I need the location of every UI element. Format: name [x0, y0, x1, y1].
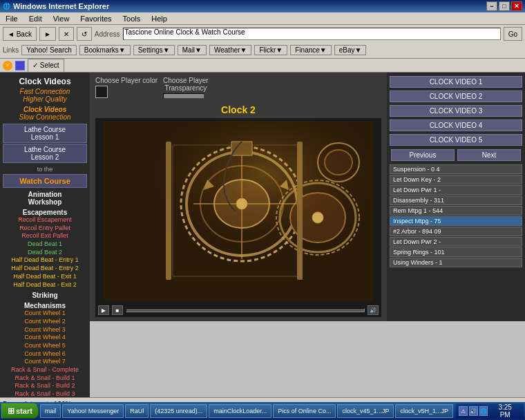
dead-beat2-link[interactable]: Dead Beat 2 — [3, 249, 87, 257]
clock-video-svg — [104, 121, 373, 300]
menu-help[interactable]: Help — [149, 14, 170, 23]
menu-edit[interactable]: Edit — [26, 14, 45, 23]
address-bar[interactable]: Tascione Online Clock & Watch Course — [123, 28, 501, 40]
watch-course-btn[interactable]: Watch Course — [3, 174, 87, 188]
minimize-button[interactable]: − — [486, 1, 497, 11]
finance-btn[interactable]: Finance▼ — [290, 45, 331, 55]
clock-video-1-btn[interactable]: CLOCK VIDEO 1 — [390, 76, 522, 88]
volume-button[interactable]: 🔊 — [368, 305, 379, 315]
dropdown-item-2[interactable]: Let Down Pwr 1 - — [390, 185, 522, 195]
lathe-lesson1-btn[interactable]: Lathe CourseLesson 1 — [3, 124, 87, 143]
yahoo-icon: Y — [3, 61, 12, 70]
striking-label: Striking — [3, 292, 87, 299]
bookmarks-btn[interactable]: Bookmarks▼ — [79, 45, 131, 55]
menu-view[interactable]: View — [50, 14, 73, 23]
dropdown-item-6[interactable]: #2 Arbor - 894 09 — [390, 227, 522, 236]
taskbar-item-7[interactable]: clock_v5H_1...JP — [395, 404, 453, 418]
settings-btn[interactable]: Settings▼ — [133, 45, 175, 55]
mail-btn[interactable]: Mail▼ — [178, 45, 207, 55]
taskbar-item-2[interactable]: RaUl — [125, 404, 149, 418]
escapements-label: Escapements — [3, 209, 87, 216]
tray-icon-3[interactable]: 🌐 — [479, 406, 488, 416]
transparency-slider[interactable] — [163, 93, 204, 99]
menu-file[interactable]: File — [3, 14, 21, 23]
mechanisms-label: Mechanisms — [3, 302, 87, 309]
recoil-entry-pallet-link[interactable]: Recoil Entry Pallet — [3, 225, 87, 233]
close-button[interactable]: ✕ — [511, 1, 522, 11]
count-wheel5-link[interactable]: Count Wheel 5 — [3, 342, 87, 350]
system-tray: ⚠ 🔊 🌐 3:25 PM — [456, 403, 524, 419]
higher-quality-label: Higher Quality — [3, 95, 87, 103]
lathe-lesson2-btn[interactable]: Lathe CourseLesson 2 — [3, 144, 87, 163]
player-area: Choose Player color Choose PlayerTranspa… — [90, 73, 387, 321]
menu-favorites[interactable]: Favorites — [77, 14, 114, 23]
sidebar: Clock Videos Fast Connection Higher Qual… — [0, 73, 90, 397]
stop-video-button[interactable]: ■ — [112, 305, 123, 315]
count-wheel3-link[interactable]: Count Wheel 3 — [3, 326, 87, 334]
progress-bar[interactable] — [126, 308, 365, 312]
content-area: Clock Videos Fast Connection Higher Qual… — [0, 73, 525, 397]
half-dead-exit1-link[interactable]: Half Dead Beat - Exit 1 — [3, 273, 87, 281]
back-button[interactable]: ◄ Back — [3, 27, 37, 41]
yahoo-search-btn[interactable]: Yahoo! Search — [21, 45, 76, 55]
start-button[interactable]: ⊞ start — [1, 403, 39, 419]
clock-video-3-btn[interactable]: CLOCK VIDEO 3 — [390, 105, 522, 117]
menu-tools[interactable]: Tools — [120, 14, 144, 23]
clock-video-5-btn[interactable]: CLOCK VIDEO 5 — [390, 134, 522, 146]
taskbar-item-5[interactable]: Pics of Online Co... — [273, 404, 336, 418]
ebay-btn[interactable]: eBay▼ — [334, 45, 367, 55]
taskbar-item-1[interactable]: Yahoo! Messenger — [62, 404, 124, 418]
forward-button[interactable]: ► — [39, 27, 56, 41]
color-swatch[interactable] — [95, 86, 108, 98]
dropdown-item-4[interactable]: Rem Mtpg 1 - 544 — [390, 206, 522, 216]
rack-build1-link[interactable]: Rack & Snail - Build 1 — [3, 374, 87, 383]
rack-build2-link[interactable]: Rack & Snail - Build 2 — [3, 382, 87, 390]
count-wheel6-link[interactable]: Count Wheel 6 — [3, 350, 87, 359]
dropdown-item-0[interactable]: Suspension - 0 4 — [390, 164, 522, 174]
refresh-button[interactable]: ↺ — [77, 27, 92, 41]
next-btn[interactable]: Next — [457, 149, 521, 161]
previous-btn[interactable]: Previous — [391, 149, 455, 161]
taskbar-item-6[interactable]: clock_v45_1...JP — [337, 404, 394, 418]
weather-btn[interactable]: Weather▼ — [209, 45, 252, 55]
animation-workshop-label: AnimationWorkshop — [3, 191, 87, 206]
video-frame — [104, 121, 373, 300]
recoil-escapement-link[interactable]: Recoil Escapement — [3, 216, 87, 225]
stop-button[interactable]: ✕ — [59, 27, 74, 41]
choose-color-label: Choose Player color — [95, 77, 158, 84]
select-button[interactable]: ✓ Select — [28, 59, 64, 73]
count-wheel7-link[interactable]: Count Wheel 7 — [3, 358, 87, 366]
go-button[interactable]: Go — [504, 27, 522, 41]
maximize-button[interactable]: □ — [499, 1, 510, 11]
dropdown-item-5[interactable]: Inspect Mtpg - 75 — [390, 216, 522, 226]
taskbar-item-0[interactable]: mail — [40, 404, 61, 418]
taskbar-item-4[interactable]: mainClockLoader... — [209, 404, 271, 418]
half-dead-entry2-link[interactable]: Half Dead Beat - Entry 2 — [3, 265, 87, 273]
rack-build3-link[interactable]: Rack & Snail - Build 3 — [3, 390, 87, 397]
count-wheel4-link[interactable]: Count Wheel 4 — [3, 334, 87, 342]
dropdown-item-3[interactable]: Disassembly - 311 — [390, 195, 522, 205]
sidebar-title: Clock Videos — [3, 75, 87, 88]
dead-beat1-link[interactable]: Dead Beat 1 — [3, 240, 87, 249]
dropdown-item-7[interactable]: Let Down Pwr 2 - — [390, 237, 522, 247]
rack-complete-link[interactable]: Rack & Snail - Complete — [3, 366, 87, 374]
dropdown-item-8[interactable]: Spring Rings - 101 — [390, 247, 522, 257]
clock-videos-link[interactable]: Clock Videos — [3, 106, 87, 113]
clock-video-2-btn[interactable]: CLOCK VIDEO 2 — [390, 90, 522, 102]
half-dead-exit2-link[interactable]: Half Dead Beat - Exit 2 — [3, 281, 87, 289]
count-wheel1-link[interactable]: Count Wheel 1 — [3, 309, 87, 318]
dropdown-item-9[interactable]: Using Winders - 1 — [390, 258, 522, 267]
tray-icon-2[interactable]: 🔊 — [469, 406, 478, 416]
address-label: Address — [95, 30, 120, 38]
menu-bar: File Edit View Favorites Tools Help — [0, 12, 525, 25]
clock-video-4-btn[interactable]: CLOCK VIDEO 4 — [390, 120, 522, 131]
tray-icon-1[interactable]: ⚠ — [459, 406, 468, 416]
taskbar-item-3[interactable]: (42325 unread)... — [150, 404, 207, 418]
count-wheel2-link[interactable]: Count Wheel 2 — [3, 318, 87, 326]
taskbar-items: mailYahoo! MessengerRaUl(42325 unread)..… — [40, 404, 453, 418]
play-button[interactable]: ▶ — [98, 305, 109, 315]
flickr-btn[interactable]: Flickr▼ — [254, 45, 287, 55]
dropdown-item-1[interactable]: Let Down Key - 2 — [390, 175, 522, 184]
half-dead-entry1-link[interactable]: Half Dead Beat - Entry 1 — [3, 256, 87, 265]
recoil-exit-pallet-link[interactable]: Recoil Exit Pallet — [3, 232, 87, 240]
